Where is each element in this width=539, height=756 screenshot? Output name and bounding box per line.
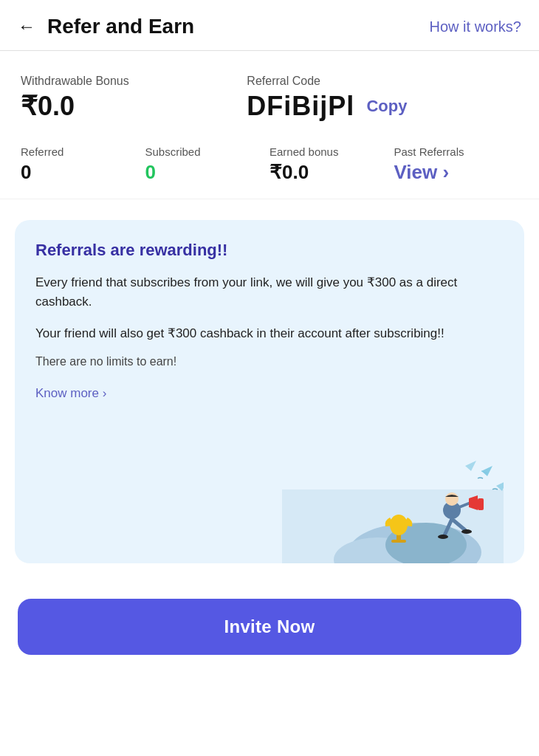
copy-button[interactable]: Copy: [360, 97, 413, 116]
past-referrals-label: Past Referrals: [394, 145, 519, 158]
svg-rect-5: [391, 540, 406, 543]
withdrawable-bonus-label: Withdrawable Bonus: [21, 75, 247, 88]
earned-bonus-label: Earned bonus: [270, 145, 394, 158]
referrals-card-text1: Every friend that subscribes from your l…: [35, 273, 504, 312]
referrals-card-text2: Your friend will also get ₹300 cashback …: [35, 324, 504, 343]
svg-rect-12: [478, 498, 484, 510]
referred-block: Referred 0: [21, 145, 145, 184]
illustration-area: [35, 416, 504, 563]
svg-point-9: [445, 492, 459, 506]
referral-illustration: [282, 416, 504, 563]
invite-section: Invite Now: [0, 584, 539, 684]
referrals-card: Referrals are rewarding!! Every friend t…: [15, 220, 524, 563]
subscribed-block: Subscribed 0: [145, 145, 270, 184]
earned-bonus-value: ₹0.0: [270, 161, 394, 184]
referred-label: Referred: [21, 145, 145, 158]
svg-point-16: [461, 529, 472, 534]
subscribed-label: Subscribed: [145, 145, 270, 158]
stats-row-2: Referred 0 Subscribed 0 Earned bonus ₹0.…: [21, 145, 518, 184]
referrals-card-text3: There are no limits to earn!: [35, 355, 504, 368]
svg-marker-20: [465, 461, 476, 471]
view-link[interactable]: View ›: [394, 161, 519, 184]
svg-rect-7: [394, 524, 403, 530]
invite-now-button[interactable]: Invite Now: [18, 599, 521, 655]
back-button[interactable]: ←: [18, 16, 35, 37]
subscribed-value: 0: [145, 161, 270, 184]
referred-value: 0: [21, 161, 145, 184]
referral-code-value: DFiBijPl: [247, 91, 354, 122]
referral-code-block: Referral Code DFiBijPl Copy: [247, 75, 518, 122]
earned-bonus-block: Earned bonus ₹0.0: [270, 145, 394, 184]
stats-section: Withdrawable Bonus ₹0.0 Referral Code DF…: [0, 51, 539, 199]
referrals-card-title: Referrals are rewarding!!: [35, 241, 504, 260]
stats-row-1: Withdrawable Bonus ₹0.0 Referral Code DF…: [21, 75, 518, 122]
withdrawable-bonus-block: Withdrawable Bonus ₹0.0: [21, 75, 247, 122]
how-it-works-link[interactable]: How it works?: [430, 18, 521, 35]
header-left: ← Refer and Earn: [18, 15, 194, 38]
withdrawable-bonus-value: ₹0.0: [21, 91, 247, 122]
header: ← Refer and Earn How it works?: [0, 0, 539, 51]
page-title: Refer and Earn: [47, 15, 194, 38]
know-more-link[interactable]: Know more ›: [35, 386, 504, 401]
referral-code-label: Referral Code: [247, 75, 518, 88]
svg-point-15: [438, 535, 448, 539]
past-referrals-block: Past Referrals View ›: [394, 145, 519, 184]
svg-marker-17: [481, 466, 492, 476]
referral-code-row: DFiBijPl Copy: [247, 91, 518, 122]
